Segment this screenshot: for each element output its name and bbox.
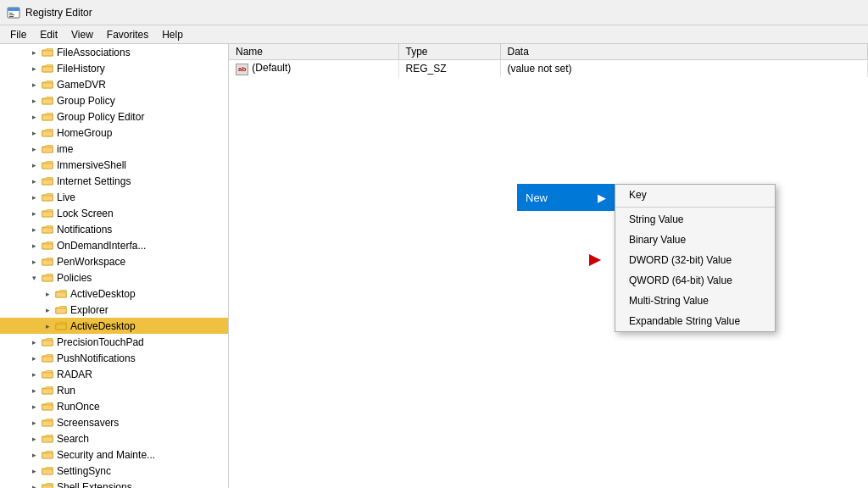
tree-label-ime: ime [57, 143, 73, 155]
tree-expander-Run[interactable]: ▸ [27, 384, 41, 397]
tree-item-Run[interactable]: ▸ Run [0, 382, 228, 398]
tree-expander-Screensavers[interactable]: ▸ [27, 416, 41, 430]
tree-expander-Policies[interactable]: ▾ [27, 271, 41, 285]
tree-item-GroupPolicyEditor[interactable]: ▸ Group Policy Editor [0, 108, 228, 125]
svg-rect-4 [9, 16, 14, 17]
registry-tree[interactable]: ▸ FileAssociations▸ FileHistory▸ GameDVR… [0, 44, 229, 488]
tree-item-GameDVR[interactable]: ▸ GameDVR [0, 76, 228, 92]
tree-label-FileAssociations: FileAssociations [57, 47, 131, 58]
tree-expander-GroupPolicy[interactable]: ▸ [27, 94, 41, 108]
submenu-item-binary-value[interactable]: Binary Value [615, 230, 775, 250]
title-bar-text: Registry Editor [25, 7, 92, 19]
menu-help[interactable]: Help [155, 27, 190, 42]
tree-expander-Search[interactable]: ▸ [27, 432, 41, 446]
col-name: Name [229, 44, 398, 60]
folder-icon [41, 95, 54, 107]
menu-favorites[interactable]: Favorites [100, 27, 155, 42]
tree-item-LockScreen[interactable]: ▸ Lock Screen [0, 205, 228, 221]
tree-item-GroupPolicy[interactable]: ▸ Group Policy [0, 92, 228, 108]
registry-content-pane: Name Type Data ab(Default)REG_SZ(value n… [229, 44, 868, 488]
tree-item-Notifications[interactable]: ▸ Notifications [0, 221, 228, 237]
folder-icon [41, 47, 54, 58]
tree-item-OnDemandInterface[interactable]: ▸ OnDemandInterfa... [0, 237, 228, 253]
tree-label-Notifications: Notifications [57, 224, 112, 236]
tree-item-InternetSettings[interactable]: ▸ Internet Settings [0, 173, 228, 189]
folder-icon [41, 401, 54, 413]
tree-expander-ShellExtensions[interactable]: ▸ [27, 480, 41, 489]
tree-expander-GroupPolicyEditor[interactable]: ▸ [27, 110, 41, 124]
tree-expander-ime[interactable]: ▸ [27, 142, 41, 156]
tree-item-FileHistory[interactable]: ▸ FileHistory [0, 60, 228, 76]
tree-expander-ImmersiveShell[interactable]: ▸ [27, 158, 41, 172]
tree-expander-LockScreen[interactable]: ▸ [27, 207, 41, 220]
tree-item-RADAR[interactable]: ▸ RADAR [0, 366, 228, 382]
folder-icon [41, 224, 54, 236]
tree-item-Search[interactable]: ▸ Search [0, 430, 228, 446]
tree-expander-Notifications[interactable]: ▸ [27, 223, 41, 236]
tree-item-Explorer[interactable]: ▸ Explorer [0, 302, 228, 318]
tree-expander-FileHistory[interactable]: ▸ [27, 62, 41, 75]
tree-item-SecurityAndMaint[interactable]: ▸ Security and Mainte... [0, 446, 228, 463]
table-row[interactable]: ab(Default)REG_SZ(value not set) [229, 60, 868, 78]
tree-expander-SettingSync[interactable]: ▸ [27, 464, 41, 478]
submenu-item-dword-value[interactable]: DWORD (32-bit) Value [615, 250, 775, 270]
tree-label-ActiveDesktop1: ActiveDesktop [70, 288, 136, 300]
tree-item-ActiveDesktop1[interactable]: ▸ ActiveDesktop [0, 286, 228, 302]
tree-label-GroupPolicy: Group Policy [57, 95, 115, 107]
tree-item-RunOnce[interactable]: ▸ RunOnce [0, 398, 228, 414]
tree-item-ImmersiveShell[interactable]: ▸ ImmersiveShell [0, 157, 228, 173]
tree-expander-HomeGroup[interactable]: ▸ [27, 126, 41, 140]
tree-item-ShellExtensions[interactable]: ▸ Shell Extensions [0, 479, 228, 488]
menu-view[interactable]: View [64, 27, 100, 42]
submenu-item-qword-value[interactable]: QWORD (64-bit) Value [615, 270, 775, 291]
tree-expander-RADAR[interactable]: ▸ [27, 368, 41, 381]
tree-item-Live[interactable]: ▸ Live [0, 189, 228, 205]
tree-expander-PushNotifications[interactable]: ▸ [27, 352, 41, 365]
new-submenu: KeyString ValueBinary ValueDWORD (32-bit… [615, 184, 776, 332]
tree-item-ActiveDesktop2[interactable]: ▸ ActiveDesktop [0, 318, 228, 334]
tree-label-InternetSettings: Internet Settings [57, 175, 131, 187]
tree-expander-InternetSettings[interactable]: ▸ [27, 175, 41, 188]
tree-label-OnDemandInterface: OnDemandInterfa... [57, 240, 146, 252]
svg-rect-1 [8, 8, 19, 11]
tree-item-FileAssociations[interactable]: ▸ FileAssociations [0, 44, 228, 60]
menu-edit[interactable]: Edit [33, 27, 64, 42]
tree-expander-ActiveDesktop1[interactable]: ▸ [41, 287, 54, 301]
main-area: ▸ FileAssociations▸ FileHistory▸ GameDVR… [0, 44, 868, 488]
tree-item-ime[interactable]: ▸ ime [0, 141, 228, 157]
new-menu-button[interactable]: New ▶ [517, 184, 615, 211]
tree-item-HomeGroup[interactable]: ▸ HomeGroup [0, 125, 228, 141]
tree-expander-PrecisionTouchPad[interactable]: ▸ [27, 336, 41, 349]
tree-expander-ActiveDesktop2[interactable]: ▸ [41, 319, 54, 333]
submenu-item-string-value[interactable]: String Value [615, 209, 775, 230]
tree-expander-RunOnce[interactable]: ▸ [27, 400, 41, 413]
tree-label-Live: Live [57, 191, 75, 203]
folder-icon [41, 208, 54, 219]
submenu-item-key[interactable]: Key [615, 185, 775, 205]
tree-expander-SecurityAndMaint[interactable]: ▸ [27, 448, 41, 462]
menu-bar: File Edit View Favorites Help [0, 25, 868, 44]
tree-expander-Explorer[interactable]: ▸ [41, 303, 54, 317]
submenu-item-expandable-string-value[interactable]: Expandable String Value [615, 311, 775, 331]
tree-label-ActiveDesktop2: ActiveDesktop [70, 320, 136, 332]
tree-item-Screensavers[interactable]: ▸ Screensavers [0, 414, 228, 430]
tree-label-Screensavers: Screensavers [57, 417, 119, 429]
cell-data: (value not set) [500, 60, 868, 78]
tree-expander-OnDemandInterface[interactable]: ▸ [27, 239, 41, 252]
registry-editor-icon [7, 6, 20, 19]
tree-item-PushNotifications[interactable]: ▸ PushNotifications [0, 350, 228, 366]
tree-label-GroupPolicyEditor: Group Policy Editor [57, 111, 144, 123]
new-button-label: New [526, 191, 548, 204]
tree-expander-PenWorkspace[interactable]: ▸ [27, 255, 41, 269]
tree-item-Policies[interactable]: ▾ Policies [0, 269, 228, 286]
tree-expander-FileAssociations[interactable]: ▸ [27, 46, 41, 59]
tree-expander-GameDVR[interactable]: ▸ [27, 78, 41, 92]
tree-expander-Live[interactable]: ▸ [27, 191, 41, 204]
tree-item-PrecisionTouchPad[interactable]: ▸ PrecisionTouchPad [0, 334, 228, 350]
submenu-item-multi-string-value[interactable]: Multi-String Value [615, 291, 775, 311]
tree-label-LockScreen: Lock Screen [57, 208, 114, 219]
menu-file[interactable]: File [3, 27, 33, 42]
tree-item-PenWorkspace[interactable]: ▸ PenWorkspace [0, 253, 228, 269]
tree-label-SettingSync: SettingSync [57, 465, 111, 477]
tree-item-SettingSync[interactable]: ▸ SettingSync [0, 463, 228, 479]
